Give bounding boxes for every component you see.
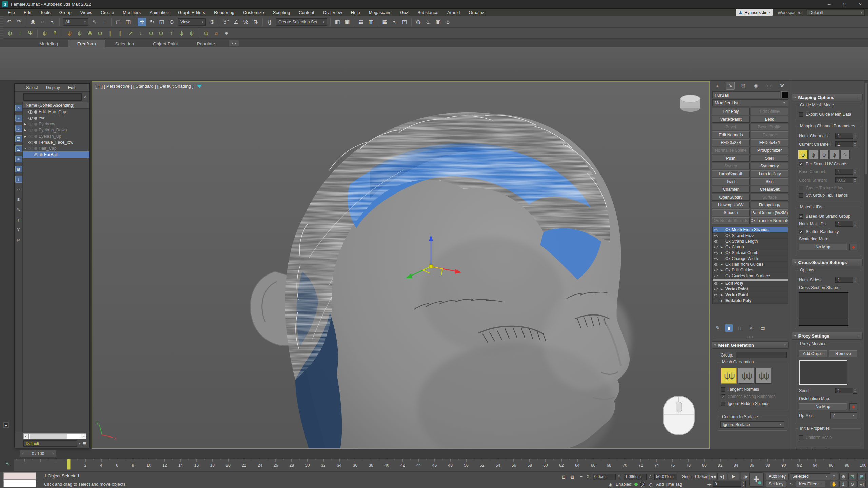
distribution-map-button[interactable]: No Map [799,403,847,410]
list-item-edit-hair-cap[interactable]: Edit_Hair_Cap [23,109,89,115]
up-axis-dropdown[interactable]: Z ▼ [830,412,857,419]
tab-populate[interactable]: Populate [188,40,224,47]
distribution-map-slot-icon[interactable]: ◆ [849,403,857,410]
modifier-button-turn-to-poly[interactable]: Turn to Poly [751,170,789,177]
ox-hair-from-mesh-icon[interactable]: ψ [65,29,74,37]
display-cameras-icon[interactable]: ▤ [15,135,22,142]
current-frame-spinner[interactable]: 0 ▲▼ [713,481,746,487]
perspective-viewport[interactable]: [ + ] [ Perspective ] [ Standard ] [ Def… [92,81,710,449]
list-item-eye[interactable]: eye [23,115,89,121]
configure-modifier-sets-icon[interactable]: ▤ [758,324,767,332]
unlink-selection-icon[interactable]: ◌ [38,18,47,26]
visibility-eye-icon[interactable] [28,123,33,126]
menu-content[interactable]: Content [294,9,319,16]
list-item-eyelash-down[interactable]: ▶Eyelash_Down [23,127,89,133]
select-and-move-icon[interactable]: ✛ [138,18,146,26]
mesh-mode-proxy-icon[interactable]: ψψ [738,368,754,384]
current-channel-spinner[interactable]: 1 ▲▼ [835,141,857,147]
zoom-icon[interactable]: ⚲ [830,473,838,480]
toggle-layer-explorer-icon[interactable]: ▥ [367,18,375,26]
expand-arrow-icon[interactable]: ▶ [720,263,723,266]
hierarchy-tab-icon[interactable]: ⊟ [739,82,748,90]
modifier-button-shell[interactable]: Shell [751,155,789,162]
menu-arnold[interactable]: Arnold [443,9,465,16]
menu-rendering[interactable]: Rendering [210,9,239,16]
visibility-eye-icon[interactable] [714,269,718,271]
expand-arrow-icon[interactable]: ▶ [720,269,723,272]
modifier-button-turbosmooth[interactable]: TurboSmooth [712,170,750,177]
ox-comb-icon[interactable]: ψ [75,29,84,37]
menu-civil-view[interactable]: Civil View [319,9,347,16]
visibility-eye-icon[interactable] [714,282,718,285]
select-object-icon[interactable]: ↖ [90,18,99,26]
scroll-left-button[interactable]: < [23,433,29,439]
selectable-dot-icon[interactable] [34,110,37,114]
select-and-place-icon[interactable]: ⊙ [167,18,176,26]
display-tab-icon[interactable]: ▭ [765,82,773,90]
modifier-button-creaseset[interactable]: CreaseSet [751,186,789,193]
uv-mode-flat-icon[interactable]: ψ [819,150,829,159]
selectable-dot-icon[interactable] [40,153,43,156]
visibility-eye-icon[interactable] [714,274,718,277]
visibility-eye-icon[interactable] [714,234,718,237]
camera-facing-billboards-checkbox[interactable]: ✔ [721,394,725,399]
display-spacewarps-icon[interactable]: ≈ [15,156,22,162]
menu-scripting[interactable]: Scripting [269,9,295,16]
workspace-dropdown[interactable]: Default ▾ [807,9,865,16]
mirror-icon[interactable]: ◧ [333,18,342,26]
set-keys-button[interactable]: ✚ [749,472,764,487]
filter-bone-icon[interactable]: ▱ [15,186,22,193]
clear-search-icon[interactable]: ✕ [84,95,87,99]
stack-item-editable-poly[interactable]: ▶Editable Poly [713,298,788,304]
list-item-furball[interactable]: FurBall [23,151,89,158]
modifier-button-retopology[interactable]: Retopology [751,202,789,208]
ox-raise-guides-icon[interactable]: ↟ [51,29,59,37]
rollout-mesh-generation[interactable]: ▾ Mesh Generation ∷ [712,341,789,349]
toggle-scene-explorer-icon[interactable]: ▤ [357,18,366,26]
zoom-extents-all-icon[interactable]: ⊞ [857,473,866,480]
visibility-eye-icon[interactable] [714,246,718,248]
expand-arrow-icon[interactable]: ▶ [23,135,27,138]
select-by-name-icon[interactable]: ≡ [100,18,109,26]
stack-item-vertexpaint[interactable]: ▶VertexPaint [713,292,788,298]
add-object-button[interactable]: Add Object [799,350,827,357]
render-setup-icon[interactable]: ♨ [424,18,433,26]
maxscript-mini-listener-macro[interactable] [3,472,36,480]
modifier-button-opensubdiv[interactable]: OpenSubdiv [712,194,750,201]
selectable-dot-icon[interactable] [34,135,37,138]
stack-item-edit-poly[interactable]: ▶Edit Poly [713,281,788,286]
ox-preview-sphere-icon[interactable]: ● [222,29,231,37]
uniform-scale-checkbox[interactable] [799,435,803,440]
container-status-icon[interactable]: ◈ [607,481,614,488]
visibility-eye-icon[interactable] [714,228,718,231]
expand-arrow-icon[interactable]: ▶ [720,299,723,302]
selectable-dot-icon[interactable] [34,147,37,150]
bind-to-space-warp-icon[interactable]: ∿ [48,18,57,26]
orbit-icon[interactable]: ⊚ [848,481,856,487]
mini-curve-toggle-icon[interactable]: ∿ [3,459,12,468]
list-item-eyelash-up[interactable]: ▶Eyelash_Up [23,133,89,139]
ribbon-collapse-button[interactable]: ▲ ▾ [229,40,239,46]
explorer-menu-edit[interactable]: Edit [65,84,79,92]
curve-editor-icon[interactable]: ∿ [390,18,399,26]
go-to-start-button[interactable]: ❙◀◀ [707,473,716,480]
filter-flag-icon[interactable]: ⚐ [15,237,22,244]
conform-to-surface-dropdown[interactable]: Ignore Surface ▼ [720,421,784,428]
menu-graph-editors[interactable]: Graph Editors [174,9,210,16]
maximize-viewport-icon[interactable]: ◱ [857,481,866,487]
list-item-female-face-low[interactable]: Female_Face_low [23,139,89,145]
ox-lock-guides-icon[interactable]: ψ [40,29,49,37]
zoom-all-icon[interactable]: ⊕ [839,473,847,480]
pan-view-icon[interactable]: ✋ [830,481,838,487]
percent-snap-icon[interactable]: % [241,18,250,26]
panel-scrollbar[interactable] [864,81,868,449]
remove-modifier-icon[interactable]: ✕ [747,324,755,332]
selectable-dot-icon[interactable] [34,141,37,144]
scatter-randomly-checkbox[interactable]: ✔ [799,230,803,234]
next-frame-arrow[interactable]: > [51,452,56,455]
isolate-selection-icon[interactable]: ⊡ [560,473,567,480]
filter-y-icon[interactable]: Y [15,227,22,233]
scattering-map-slot-icon[interactable]: ◆ [849,244,857,250]
window-crossing-icon[interactable]: ◫ [124,18,133,26]
ox-strand-gravity-icon[interactable]: ↓ [136,29,145,37]
